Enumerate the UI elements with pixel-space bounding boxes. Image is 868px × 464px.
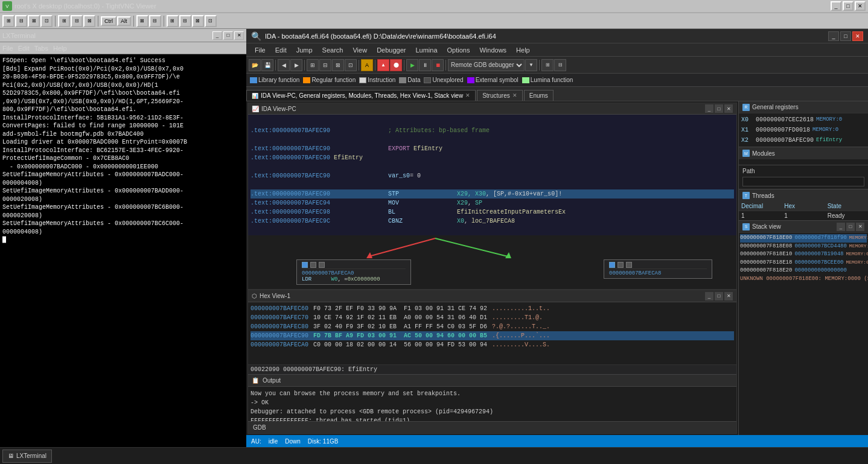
stack-content[interactable]: 000000007F818E00 0000000d7f818f90 MEMORY… [739, 233, 868, 435]
menu-debugger[interactable]: Debugger [372, 46, 410, 54]
vnc-toolbar-btn-1[interactable]: ⊞ [2, 15, 14, 27]
menu-edit[interactable]: Edit [270, 46, 292, 54]
stack-addr-5: 000000007F818E20 [740, 267, 792, 275]
ida-min-btn[interactable]: _ [828, 31, 839, 41]
graph-node-left[interactable]: 000000007BAFECA0 LDR W0, =0xC0000000 [296, 259, 411, 285]
terminal-min-btn[interactable]: _ [212, 31, 222, 40]
stack-close[interactable]: ✕ [856, 223, 864, 231]
output-content[interactable]: Now you can browse the process memory an… [248, 387, 736, 421]
toolbar-bp-btn[interactable]: ⬤ [390, 59, 402, 71]
vnc-toolbar-btn-2[interactable]: ⊟ [15, 15, 27, 27]
toolbar-highlight-btn[interactable]: ▲ [377, 59, 389, 71]
toolbar-search-btn[interactable]: A [361, 59, 373, 71]
ida-view-min[interactable]: _ [705, 104, 713, 113]
main-content-area: 📈 IDA View-PC _ □ ✕ [246, 101, 868, 435]
toolbar-btn-4[interactable]: ⊟ [319, 59, 331, 71]
menu-lumina[interactable]: Lumina [410, 46, 442, 54]
toolbar-open-btn[interactable]: 📂 [249, 59, 261, 71]
vnc-minimize-btn[interactable]: _ [831, 1, 841, 11]
graph-node-right[interactable]: 000000007BAFECA8 [604, 259, 712, 279]
terminal-close-btn[interactable]: ✕ [234, 31, 244, 40]
vnc-toolbar-btn-4[interactable]: ⊡ [40, 15, 53, 27]
tab-structures[interactable]: Structures ✕ [477, 90, 523, 101]
output-line-1: Now you can browse the process memory an… [251, 389, 734, 398]
vnc-close-btn[interactable]: ✕ [855, 1, 866, 11]
output-gdb-tab[interactable]: GDB [253, 424, 266, 431]
vnc-toolbar-btn-5[interactable]: ⊞ [58, 15, 70, 27]
bottom-panels-row: ⬡ Hex View-1 _ □ ✕ 000000007BAFEC6 [247, 290, 737, 434]
hex-line-1: 000000007BAFEC60 F0 73 2F EF F0 33 90 9A… [251, 304, 734, 313]
menu-windows[interactable]: Windows [474, 46, 511, 54]
terminal-max-btn[interactable]: □ [223, 31, 233, 40]
taskbar-terminal[interactable]: 🖥 LXTerminal [2, 450, 52, 463]
tab-enums[interactable]: Enums [524, 90, 554, 101]
toolbar-btn-3[interactable]: ⊞ [307, 59, 319, 71]
toolbar-stop-btn[interactable]: ⏹ [432, 59, 444, 71]
stack-min[interactable]: _ [837, 223, 845, 231]
hex-view-panel: ⬡ Hex View-1 _ □ ✕ 000000007BAFEC6 [248, 290, 736, 375]
terminal-menu-edit[interactable]: Edit [18, 45, 30, 52]
output-line-4: FFFFFFFFFFFFFFFF: thread has started (ti… [251, 416, 734, 421]
terminal-menu-help[interactable]: Help [53, 45, 67, 52]
menu-file[interactable]: File [250, 46, 270, 54]
hex-content[interactable]: 000000007BAFEC60 F0 73 2F EF F0 33 90 9A… [248, 302, 736, 364]
toolbar-back-btn[interactable]: ◀ [278, 59, 290, 71]
vnc-toolbar-btn-11[interactable]: ⊟ [179, 15, 191, 27]
menu-options[interactable]: Options [442, 46, 475, 54]
stack-val-2: 000000007BCD4480 [794, 243, 846, 251]
hex-ascii-1: ..........1..t.. [492, 304, 550, 313]
toolbar-extra-btn-2[interactable]: ⊟ [554, 59, 566, 71]
terminal-menu-tabs[interactable]: Tabs [34, 45, 48, 52]
vnc-ctrl-btn[interactable]: Ctrl [101, 16, 116, 26]
path-label: Path [742, 168, 864, 174]
assembly-code-block[interactable]: .text:000000007BAFEC90 ; Attributes: bp-… [248, 115, 736, 235]
threads-row-1[interactable]: 1 1 Ready [739, 211, 868, 220]
toolbar-remote-btn[interactable]: ▼ [525, 59, 537, 71]
vnc-toolbar-btn-7[interactable]: ⊠ [83, 15, 95, 27]
vnc-toolbar-btn-13[interactable]: ⊡ [205, 15, 217, 27]
remote-debugger-dropdown[interactable]: Remote GDB debugger [448, 59, 525, 71]
hex-max[interactable]: □ [715, 292, 723, 300]
vnc-toolbar-btn-3[interactable]: ⊠ [28, 15, 40, 27]
tab-main-close[interactable]: ✕ [465, 93, 470, 98]
vnc-alt-btn[interactable]: Alt [117, 16, 131, 26]
legend-bar: Library function Regular function Instru… [246, 74, 868, 87]
node-left-addr: 000000007BAFECA0 [302, 270, 406, 276]
stack-line-2: 000000007F818E08 000000007BCD4480 MEMORY… [740, 243, 867, 251]
output-panel: 📋 Output Now you can browse the process … [248, 375, 736, 433]
toolbar-btn-6[interactable]: ⊡ [345, 59, 357, 71]
hex-addr-3: 000000007BAFEC80 [251, 322, 308, 331]
ida-view-close[interactable]: ✕ [724, 104, 733, 113]
terminal-menu-file[interactable]: File [2, 45, 13, 52]
vnc-maximize-btn[interactable]: □ [843, 1, 854, 11]
menu-search[interactable]: Search [318, 46, 348, 54]
stack-max[interactable]: □ [846, 223, 855, 231]
vnc-toolbar-btn-12[interactable]: ⊠ [192, 15, 204, 27]
toolbar-pause-btn[interactable]: ⏸ [419, 59, 431, 71]
toolbar-save-btn[interactable]: 💾 [261, 59, 273, 71]
vnc-toolbar-btn-9[interactable]: ⊟ [149, 15, 161, 27]
ida-restore-btn[interactable]: □ [840, 31, 851, 41]
toolbar-forward-btn[interactable]: ▶ [290, 59, 302, 71]
toolbar-run-btn[interactable]: ▶ [406, 59, 418, 71]
menu-help[interactable]: Help [511, 46, 535, 54]
toolbar-btn-5[interactable]: ⊠ [332, 59, 344, 71]
toolbar-extra-btn-1[interactable]: ⊞ [541, 59, 554, 71]
vnc-toolbar-btn-6[interactable]: ⊟ [71, 15, 83, 27]
tab-structures-close[interactable]: ✕ [512, 93, 517, 98]
modules-icon: M [742, 150, 750, 157]
vnc-toolbar-btn-8[interactable]: ⊠ [136, 15, 148, 27]
toolbar: 📂 💾 ◀ ▶ ⊞ ⊟ ⊠ ⊡ A ▲ ⬤ ▶ ⏸ ⏹ Remote GDB d… [246, 57, 868, 74]
output-footer-tab[interactable]: GDB [248, 421, 736, 433]
menu-jump[interactable]: Jump [292, 46, 318, 54]
terminal-content[interactable]: FSOpen: Open '\efi\boot\bootaa64.efi' Su… [0, 54, 246, 447]
modules-titlebar: M Modules [739, 147, 868, 159]
hex-min[interactable]: _ [705, 292, 713, 300]
path-input-area[interactable] [742, 177, 864, 186]
ida-view-max[interactable]: □ [715, 104, 723, 113]
tab-main[interactable]: 📊 IDA View-PC, General registers, Module… [246, 90, 476, 101]
vnc-toolbar-btn-10[interactable]: ⊞ [167, 15, 179, 27]
hex-close[interactable]: ✕ [724, 292, 733, 300]
menu-view[interactable]: View [348, 46, 372, 54]
ida-close-btn[interactable]: ✕ [852, 31, 863, 41]
